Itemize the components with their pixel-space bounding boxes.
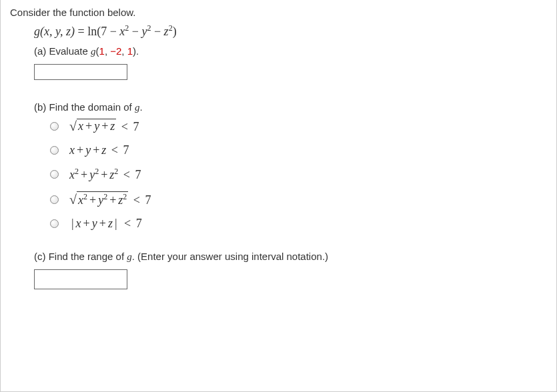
part-c-label: (c) Find the range of g. (Enter your ans…	[34, 251, 547, 263]
part-a-input[interactable]	[34, 64, 127, 80]
option-5[interactable]: |x+y+z| < 7	[50, 217, 547, 231]
radio-icon[interactable]	[50, 146, 59, 155]
part-b-options: √x+y+z < 7 x+y+z < 7 x2+y2+z2 < 7 √x2+y2…	[50, 119, 547, 231]
part-c-input[interactable]	[34, 269, 127, 289]
radio-icon[interactable]	[50, 122, 59, 131]
part-b-label: (b) Find the domain of g.	[34, 101, 547, 113]
option-2-math: x+y+z < 7	[69, 143, 129, 157]
option-4-math: √x2+y2+z2 < 7	[69, 191, 151, 207]
part-a-label: (a) Evaluate g(1, −2, 1).	[34, 45, 547, 57]
option-2[interactable]: x+y+z < 7	[50, 143, 547, 157]
option-3-math: x2+y2+z2 < 7	[69, 167, 141, 182]
option-4[interactable]: √x2+y2+z2 < 7	[50, 191, 547, 207]
option-5-math: |x+y+z| < 7	[69, 217, 142, 231]
option-1[interactable]: √x+y+z < 7	[50, 119, 547, 134]
intro-text: Consider the function below.	[10, 7, 547, 18]
function-definition: g(x, y, z) = ln(7 − x2 − y2 − z2)	[34, 23, 547, 39]
radio-icon[interactable]	[50, 195, 59, 204]
option-3[interactable]: x2+y2+z2 < 7	[50, 167, 547, 182]
option-1-math: √x+y+z < 7	[69, 119, 139, 134]
radio-icon[interactable]	[50, 170, 59, 179]
question-container: Consider the function below. g(x, y, z) …	[0, 0, 557, 392]
radio-icon[interactable]	[50, 219, 59, 228]
